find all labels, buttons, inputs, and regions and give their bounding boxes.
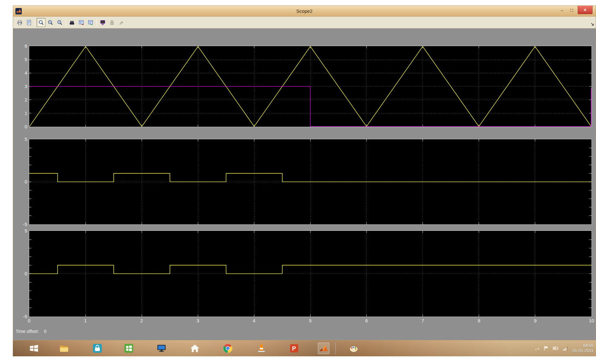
minimize-button[interactable]: – (557, 6, 567, 14)
maximize-glyph: □ (570, 7, 573, 13)
monitor-icon (156, 343, 167, 353)
x-tick-label: 8 (472, 318, 486, 323)
window-controls: – □ × (557, 6, 592, 16)
zoom-y-icon (57, 20, 63, 26)
taskbar-paint[interactable] (348, 343, 360, 354)
parameters-button[interactable] (24, 18, 33, 27)
x-tick-label: 5 (303, 318, 318, 323)
x-tick-label: 6 (360, 318, 374, 323)
chrome-icon (223, 343, 233, 353)
binoculars-icon (69, 20, 75, 26)
zoom-y-button[interactable] (55, 18, 64, 27)
scope-window: Scope2 – □ × (13, 5, 596, 340)
time-offset-value: 0 (44, 329, 46, 334)
window-title: Scope2 (13, 8, 596, 14)
network-signal-icon[interactable] (562, 345, 569, 351)
minimize-glyph: – (561, 7, 563, 13)
maximize-button[interactable]: □ (567, 6, 576, 14)
x-tick-label: 1 (79, 318, 93, 323)
y-tick-label: 0 (13, 271, 27, 277)
lock-axes-button[interactable] (107, 18, 116, 27)
close-button[interactable]: × (578, 6, 592, 14)
plot-canvas-1[interactable] (29, 46, 592, 127)
scope-toolbar (13, 17, 596, 28)
toolbar-separator (35, 19, 35, 26)
plot-axes-2[interactable] (29, 139, 592, 225)
desktop-screen: Scope2 – □ × (0, 0, 596, 364)
taskbar-matlab[interactable] (318, 343, 329, 354)
toolbar-separator (66, 19, 66, 26)
system-tray: 04:55 01-01-2011 (534, 340, 593, 356)
x-axis-labels: 012345678910 (13, 318, 596, 324)
lock-icon (109, 20, 115, 26)
scope-display-area: 0123456 -505 -505 012345678910 Time offs… (13, 28, 596, 340)
autoscale-button[interactable] (67, 18, 76, 27)
home-icon (190, 343, 200, 353)
matlab-app-icon[interactable] (15, 8, 22, 14)
x-tick-label: 9 (528, 318, 542, 323)
toolbar-overflow-arrow[interactable] (591, 21, 594, 27)
folder-icon (59, 343, 69, 353)
taskbar-homegroup[interactable] (189, 343, 201, 354)
save-axes-icon (78, 20, 84, 26)
signal-selection-icon (118, 20, 124, 26)
floating-scope-button[interactable] (98, 18, 107, 27)
x-tick-label: 2 (135, 318, 149, 323)
x-tick-label: 3 (191, 318, 205, 323)
shopping-bag-icon (92, 343, 103, 353)
x-tick-label: 4 (247, 318, 261, 323)
matlab-logo-icon (319, 343, 329, 353)
plot-canvas-3[interactable] (29, 231, 592, 317)
powerpoint-icon: P (289, 343, 299, 353)
taskbar-store-app[interactable] (92, 343, 103, 354)
battery-icon[interactable] (552, 345, 559, 351)
axes3-y-labels: -505 (13, 28, 27, 340)
restore-axes-icon (87, 20, 94, 26)
time-offset-label: Time offset: (16, 329, 39, 334)
taskbar-windows-store[interactable] (123, 343, 135, 354)
close-icon: × (584, 7, 587, 12)
plot-canvas-2[interactable] (29, 139, 592, 224)
taskbar-vlc[interactable] (256, 343, 267, 354)
x-tick-label: 0 (22, 318, 36, 323)
taskbar: P (13, 340, 596, 356)
svg-text:P: P (292, 345, 296, 352)
plot-axes-3[interactable] (29, 231, 592, 317)
zoom-x-icon (47, 20, 54, 26)
show-hidden-icons-arrow[interactable] (534, 346, 540, 351)
title-bar[interactable]: Scope2 – □ × (13, 6, 596, 17)
clock-time: 04:55 (572, 343, 593, 348)
start-button[interactable] (28, 343, 40, 354)
save-axes-button[interactable] (77, 18, 86, 27)
taskbar-clock[interactable]: 04:55 01-01-2011 (572, 343, 593, 353)
vlc-cone-icon (256, 343, 267, 353)
action-center-flag-icon[interactable] (543, 345, 549, 351)
parameters-icon (26, 20, 32, 26)
plot-axes-1[interactable] (29, 46, 592, 127)
taskbar-lenovo-app[interactable] (156, 343, 167, 354)
taskbar-chrome[interactable] (222, 343, 234, 354)
x-tick-label: 10 (584, 318, 596, 323)
windows-logo-icon (29, 343, 39, 353)
taskbar-powerpoint[interactable]: P (288, 343, 300, 354)
green-store-icon (124, 343, 134, 353)
restore-axes-button[interactable] (86, 18, 95, 27)
toolbar-separator (96, 19, 97, 26)
zoom-icon (38, 20, 44, 26)
zoom-x-button[interactable] (46, 18, 55, 27)
taskbar-file-explorer[interactable] (58, 343, 70, 354)
printer-icon (17, 20, 23, 26)
y-tick-label: 5 (13, 228, 27, 234)
taskbar-separator (335, 342, 336, 354)
zoom-button[interactable] (37, 18, 46, 27)
paint-palette-icon (349, 343, 359, 353)
signal-selection-button[interactable] (117, 18, 126, 27)
x-tick-label: 7 (416, 318, 430, 323)
print-button[interactable] (15, 18, 24, 27)
time-offset: Time offset:0 (16, 329, 46, 334)
floating-scope-icon (100, 20, 106, 26)
clock-date: 01-01-2011 (572, 348, 593, 353)
